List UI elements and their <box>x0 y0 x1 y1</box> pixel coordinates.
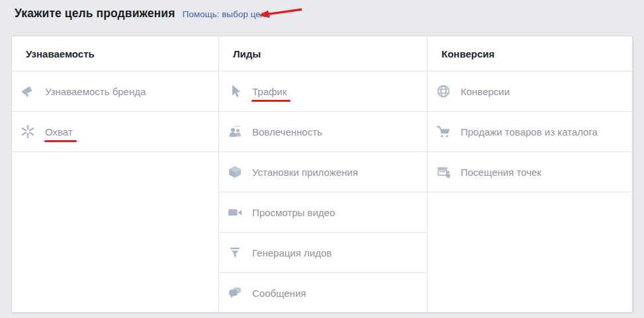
objective-traffic[interactable]: Трафик <box>219 71 427 112</box>
objective-reach[interactable]: Охват <box>12 112 218 152</box>
people-icon <box>227 124 243 139</box>
column-conversion: Конверсия Конверсии <box>428 36 632 313</box>
globe-icon <box>436 83 451 99</box>
column-header-leads: Лиды <box>219 36 427 71</box>
objective-label: Охват <box>45 126 73 138</box>
column-leads: Лиды Трафик Вовлече <box>219 36 428 313</box>
funnel-icon <box>227 245 243 260</box>
empty-cell <box>428 192 632 313</box>
objective-label: Генерация лидов <box>252 247 332 258</box>
speech-bubbles-icon <box>227 285 243 301</box>
objective-catalog-sales[interactable]: Продажи товаров из каталога <box>428 112 632 152</box>
objective-engagement[interactable]: Вовлеченность <box>219 112 427 152</box>
objective-label: Установки приложения <box>252 167 358 178</box>
objective-label: Посещения точек <box>461 167 541 178</box>
red-arrow-icon <box>257 4 310 21</box>
objective-label: Трафик <box>252 86 287 97</box>
empty-cell <box>12 152 218 313</box>
objective-label: Конверсии <box>461 86 510 97</box>
megaphone-icon <box>20 83 36 99</box>
shopping-cart-icon <box>436 124 451 139</box>
objective-label: Вовлеченность <box>252 126 322 138</box>
objective-label: Сообщения <box>252 288 306 299</box>
objective-conversions[interactable]: Конверсии <box>428 71 632 112</box>
objective-video-views[interactable]: Просмотры видео <box>219 192 427 233</box>
cube-icon <box>227 164 243 180</box>
objective-label: Узнаваемость бренда <box>45 86 146 97</box>
column-header-conversion: Конверсия <box>428 36 632 71</box>
reach-icon <box>20 124 36 139</box>
objective-label: Продажи товаров из каталога <box>461 126 598 138</box>
column-awareness: Узнаваемость Узнаваемость бренда <box>12 36 219 313</box>
objective-store-visits[interactable]: Посещения точек <box>428 152 632 192</box>
objective-messages[interactable]: Сообщения <box>219 273 427 313</box>
objectives-table: Узнаваемость Узнаваемость бренда <box>11 36 633 313</box>
cursor-icon <box>227 83 243 99</box>
page-title: Укажите цель продвижения <box>15 7 175 20</box>
column-header-awareness: Узнаваемость <box>12 36 218 71</box>
objective-label: Просмотры видео <box>252 207 335 218</box>
objective-brand-awareness[interactable]: Узнаваемость бренда <box>12 71 218 112</box>
objective-app-installs[interactable]: Установки приложения <box>219 152 427 192</box>
storefront-icon <box>436 164 451 180</box>
objective-lead-generation[interactable]: Генерация лидов <box>219 233 427 273</box>
topbar: Укажите цель продвижения Помощь: выбор ц… <box>15 7 271 20</box>
video-camera-icon <box>227 204 243 220</box>
